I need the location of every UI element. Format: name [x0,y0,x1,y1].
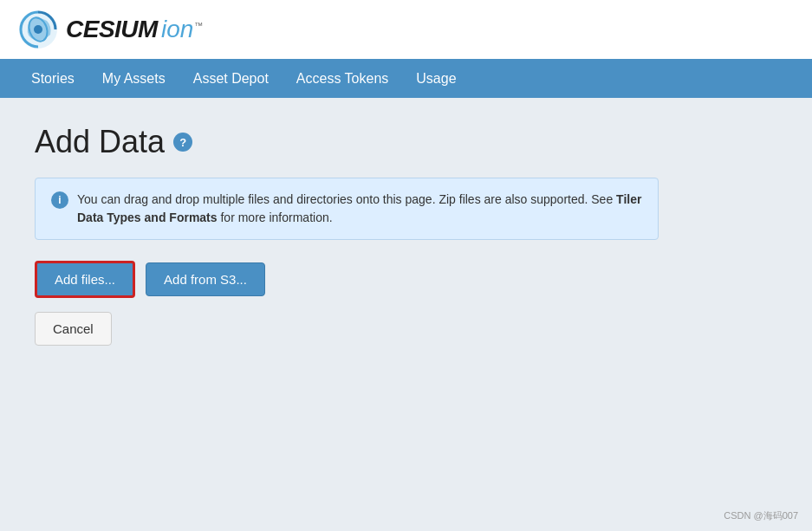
add-files-button[interactable]: Add files... [35,261,135,298]
logo-ion-text: ion™ [161,16,203,43]
nav-item-access-tokens[interactable]: Access Tokens [283,61,402,97]
logo-container: CESIUM ion™ [17,9,203,50]
page-title: Add Data [35,124,165,160]
info-text-part1: You can drag and drop multiple files and… [77,192,616,206]
info-text-part2: for more information. [218,210,333,224]
buttons-row: Add files... Add from S3... [35,261,777,298]
page-title-row: Add Data ? [35,124,777,160]
svg-point-2 [34,25,42,34]
nav-item-my-assets[interactable]: My Assets [88,61,179,97]
logo-text: CESIUM ion™ [66,16,203,43]
logo-bar: CESIUM ion™ [0,0,812,59]
cancel-button[interactable]: Cancel [35,312,112,346]
info-icon: i [51,191,68,209]
footer-watermark: CSDN @海码007 [724,509,798,522]
info-box: i You can drag and drop multiple files a… [35,178,659,240]
add-from-s3-button[interactable]: Add from S3... [146,262,265,296]
nav-bar: Stories My Assets Asset Depot Access Tok… [0,59,812,98]
logo-cesium-text: CESIUM [66,16,158,43]
help-icon[interactable]: ? [173,133,192,152]
nav-item-stories[interactable]: Stories [17,61,88,97]
cesium-logo-icon [17,9,59,50]
nav-item-asset-depot[interactable]: Asset Depot [179,61,283,97]
cancel-row: Cancel [35,312,777,346]
main-content: Add Data ? i You can drag and drop multi… [0,98,812,372]
nav-item-usage[interactable]: Usage [402,61,470,97]
info-text: You can drag and drop multiple files and… [77,191,642,227]
